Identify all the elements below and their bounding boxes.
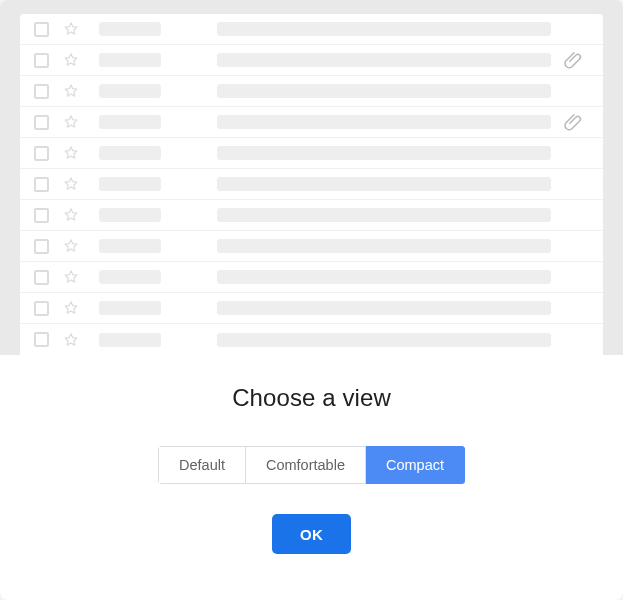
subject-placeholder	[217, 177, 551, 191]
star-icon	[61, 81, 81, 101]
sender-placeholder	[99, 115, 161, 129]
sender-placeholder	[99, 208, 161, 222]
dialog-bottom-panel: Choose a view DefaultComfortableCompact …	[0, 355, 623, 600]
star-icon	[61, 174, 81, 194]
star-icon	[61, 50, 81, 70]
sender-placeholder	[99, 301, 161, 315]
sender-placeholder	[99, 177, 161, 191]
checkbox-icon	[34, 84, 49, 99]
subject-placeholder	[217, 22, 551, 36]
list-item	[20, 231, 603, 262]
list-item	[20, 138, 603, 169]
density-segmented-control: DefaultComfortableCompact	[158, 446, 465, 484]
list-item	[20, 200, 603, 231]
star-icon	[61, 330, 81, 350]
sender-placeholder	[99, 84, 161, 98]
star-icon	[61, 143, 81, 163]
sender-placeholder	[99, 53, 161, 67]
checkbox-icon	[34, 146, 49, 161]
subject-placeholder	[217, 84, 551, 98]
list-item	[20, 293, 603, 324]
star-icon	[61, 298, 81, 318]
subject-placeholder	[217, 239, 551, 253]
checkbox-icon	[34, 177, 49, 192]
subject-placeholder	[217, 208, 551, 222]
ok-button[interactable]: OK	[272, 514, 351, 554]
list-item	[20, 324, 603, 355]
subject-placeholder	[217, 53, 551, 67]
subject-placeholder	[217, 270, 551, 284]
checkbox-icon	[34, 208, 49, 223]
sender-placeholder	[99, 333, 161, 347]
preview-mail-list	[20, 14, 603, 355]
star-icon	[61, 236, 81, 256]
subject-placeholder	[217, 115, 551, 129]
star-icon	[61, 205, 81, 225]
density-option-comfortable[interactable]: Comfortable	[246, 446, 366, 484]
sender-placeholder	[99, 270, 161, 284]
checkbox-icon	[34, 53, 49, 68]
density-option-compact[interactable]: Compact	[366, 446, 465, 484]
sender-placeholder	[99, 22, 161, 36]
subject-placeholder	[217, 146, 551, 160]
star-icon	[61, 267, 81, 287]
list-item	[20, 262, 603, 293]
attachment-icon	[563, 49, 585, 71]
checkbox-icon	[34, 270, 49, 285]
list-item	[20, 107, 603, 138]
list-item	[20, 14, 603, 45]
subject-placeholder	[217, 301, 551, 315]
list-item	[20, 76, 603, 107]
density-preview-area	[0, 0, 623, 355]
checkbox-icon	[34, 301, 49, 316]
subject-placeholder	[217, 333, 551, 347]
star-icon	[61, 112, 81, 132]
checkbox-icon	[34, 239, 49, 254]
list-item	[20, 169, 603, 200]
checkbox-icon	[34, 22, 49, 37]
density-option-default[interactable]: Default	[158, 446, 246, 484]
attachment-icon	[563, 111, 585, 133]
checkbox-icon	[34, 115, 49, 130]
dialog-title: Choose a view	[232, 384, 391, 412]
checkbox-icon	[34, 332, 49, 347]
star-icon	[61, 19, 81, 39]
list-item	[20, 45, 603, 76]
sender-placeholder	[99, 239, 161, 253]
sender-placeholder	[99, 146, 161, 160]
